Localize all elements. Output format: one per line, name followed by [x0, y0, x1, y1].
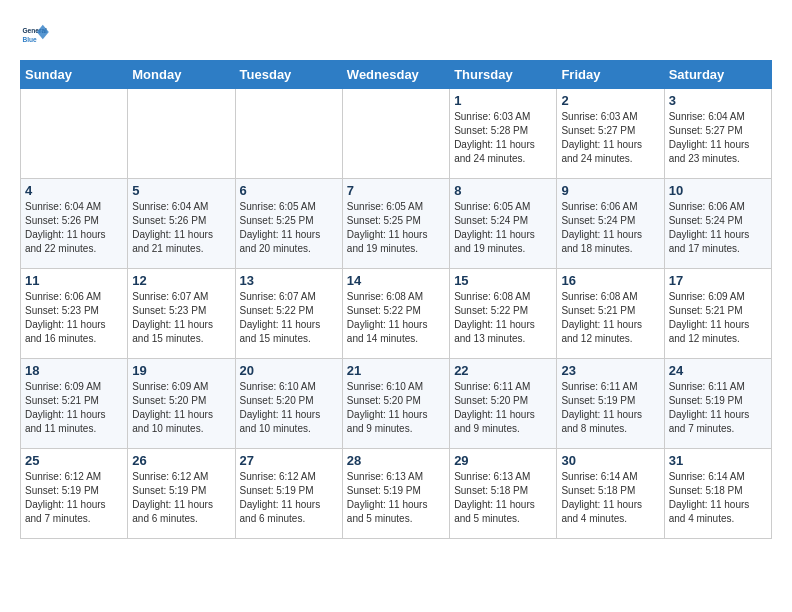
weekday-header-saturday: Saturday — [664, 61, 771, 89]
calendar-cell: 18Sunrise: 6:09 AM Sunset: 5:21 PM Dayli… — [21, 359, 128, 449]
day-number: 9 — [561, 183, 659, 198]
calendar-cell: 16Sunrise: 6:08 AM Sunset: 5:21 PM Dayli… — [557, 269, 664, 359]
day-info: Sunrise: 6:04 AM Sunset: 5:26 PM Dayligh… — [132, 200, 230, 256]
calendar-cell — [342, 89, 449, 179]
day-number: 26 — [132, 453, 230, 468]
day-number: 17 — [669, 273, 767, 288]
day-number: 16 — [561, 273, 659, 288]
day-number: 18 — [25, 363, 123, 378]
day-number: 7 — [347, 183, 445, 198]
day-number: 21 — [347, 363, 445, 378]
day-info: Sunrise: 6:12 AM Sunset: 5:19 PM Dayligh… — [25, 470, 123, 526]
calendar-cell: 1Sunrise: 6:03 AM Sunset: 5:28 PM Daylig… — [450, 89, 557, 179]
day-number: 19 — [132, 363, 230, 378]
day-number: 25 — [25, 453, 123, 468]
day-number: 31 — [669, 453, 767, 468]
day-info: Sunrise: 6:09 AM Sunset: 5:21 PM Dayligh… — [669, 290, 767, 346]
week-row-1: 1Sunrise: 6:03 AM Sunset: 5:28 PM Daylig… — [21, 89, 772, 179]
day-info: Sunrise: 6:11 AM Sunset: 5:20 PM Dayligh… — [454, 380, 552, 436]
day-info: Sunrise: 6:07 AM Sunset: 5:23 PM Dayligh… — [132, 290, 230, 346]
calendar-cell: 9Sunrise: 6:06 AM Sunset: 5:24 PM Daylig… — [557, 179, 664, 269]
day-number: 11 — [25, 273, 123, 288]
day-info: Sunrise: 6:07 AM Sunset: 5:22 PM Dayligh… — [240, 290, 338, 346]
day-info: Sunrise: 6:11 AM Sunset: 5:19 PM Dayligh… — [561, 380, 659, 436]
calendar-cell: 28Sunrise: 6:13 AM Sunset: 5:19 PM Dayli… — [342, 449, 449, 539]
day-info: Sunrise: 6:04 AM Sunset: 5:26 PM Dayligh… — [25, 200, 123, 256]
day-number: 1 — [454, 93, 552, 108]
day-number: 8 — [454, 183, 552, 198]
calendar-cell: 23Sunrise: 6:11 AM Sunset: 5:19 PM Dayli… — [557, 359, 664, 449]
calendar-cell: 12Sunrise: 6:07 AM Sunset: 5:23 PM Dayli… — [128, 269, 235, 359]
day-info: Sunrise: 6:13 AM Sunset: 5:18 PM Dayligh… — [454, 470, 552, 526]
calendar-cell: 24Sunrise: 6:11 AM Sunset: 5:19 PM Dayli… — [664, 359, 771, 449]
day-number: 29 — [454, 453, 552, 468]
calendar-cell: 2Sunrise: 6:03 AM Sunset: 5:27 PM Daylig… — [557, 89, 664, 179]
day-info: Sunrise: 6:09 AM Sunset: 5:20 PM Dayligh… — [132, 380, 230, 436]
day-number: 10 — [669, 183, 767, 198]
calendar-cell: 7Sunrise: 6:05 AM Sunset: 5:25 PM Daylig… — [342, 179, 449, 269]
day-number: 2 — [561, 93, 659, 108]
calendar-cell: 22Sunrise: 6:11 AM Sunset: 5:20 PM Dayli… — [450, 359, 557, 449]
calendar-cell: 26Sunrise: 6:12 AM Sunset: 5:19 PM Dayli… — [128, 449, 235, 539]
calendar-cell — [128, 89, 235, 179]
day-info: Sunrise: 6:08 AM Sunset: 5:22 PM Dayligh… — [454, 290, 552, 346]
day-number: 3 — [669, 93, 767, 108]
calendar-cell: 6Sunrise: 6:05 AM Sunset: 5:25 PM Daylig… — [235, 179, 342, 269]
day-info: Sunrise: 6:03 AM Sunset: 5:27 PM Dayligh… — [561, 110, 659, 166]
calendar-cell: 3Sunrise: 6:04 AM Sunset: 5:27 PM Daylig… — [664, 89, 771, 179]
day-number: 14 — [347, 273, 445, 288]
calendar-cell: 4Sunrise: 6:04 AM Sunset: 5:26 PM Daylig… — [21, 179, 128, 269]
calendar-cell: 30Sunrise: 6:14 AM Sunset: 5:18 PM Dayli… — [557, 449, 664, 539]
day-number: 30 — [561, 453, 659, 468]
calendar-cell — [21, 89, 128, 179]
calendar-cell: 8Sunrise: 6:05 AM Sunset: 5:24 PM Daylig… — [450, 179, 557, 269]
weekday-row: SundayMondayTuesdayWednesdayThursdayFrid… — [21, 61, 772, 89]
calendar-cell: 5Sunrise: 6:04 AM Sunset: 5:26 PM Daylig… — [128, 179, 235, 269]
day-info: Sunrise: 6:06 AM Sunset: 5:24 PM Dayligh… — [669, 200, 767, 256]
page-header: General Blue — [20, 20, 772, 50]
weekday-header-monday: Monday — [128, 61, 235, 89]
calendar-cell — [235, 89, 342, 179]
week-row-2: 4Sunrise: 6:04 AM Sunset: 5:26 PM Daylig… — [21, 179, 772, 269]
day-info: Sunrise: 6:08 AM Sunset: 5:21 PM Dayligh… — [561, 290, 659, 346]
day-info: Sunrise: 6:06 AM Sunset: 5:23 PM Dayligh… — [25, 290, 123, 346]
calendar-cell: 11Sunrise: 6:06 AM Sunset: 5:23 PM Dayli… — [21, 269, 128, 359]
day-info: Sunrise: 6:03 AM Sunset: 5:28 PM Dayligh… — [454, 110, 552, 166]
day-info: Sunrise: 6:10 AM Sunset: 5:20 PM Dayligh… — [240, 380, 338, 436]
day-number: 27 — [240, 453, 338, 468]
day-number: 28 — [347, 453, 445, 468]
logo: General Blue — [20, 20, 54, 50]
calendar-cell: 14Sunrise: 6:08 AM Sunset: 5:22 PM Dayli… — [342, 269, 449, 359]
day-info: Sunrise: 6:14 AM Sunset: 5:18 PM Dayligh… — [669, 470, 767, 526]
svg-text:Blue: Blue — [22, 36, 37, 43]
day-info: Sunrise: 6:12 AM Sunset: 5:19 PM Dayligh… — [240, 470, 338, 526]
day-number: 12 — [132, 273, 230, 288]
day-info: Sunrise: 6:06 AM Sunset: 5:24 PM Dayligh… — [561, 200, 659, 256]
day-info: Sunrise: 6:12 AM Sunset: 5:19 PM Dayligh… — [132, 470, 230, 526]
day-info: Sunrise: 6:13 AM Sunset: 5:19 PM Dayligh… — [347, 470, 445, 526]
day-number: 15 — [454, 273, 552, 288]
weekday-header-friday: Friday — [557, 61, 664, 89]
day-info: Sunrise: 6:05 AM Sunset: 5:25 PM Dayligh… — [240, 200, 338, 256]
day-info: Sunrise: 6:05 AM Sunset: 5:25 PM Dayligh… — [347, 200, 445, 256]
day-number: 6 — [240, 183, 338, 198]
day-info: Sunrise: 6:04 AM Sunset: 5:27 PM Dayligh… — [669, 110, 767, 166]
weekday-header-wednesday: Wednesday — [342, 61, 449, 89]
weekday-header-thursday: Thursday — [450, 61, 557, 89]
day-info: Sunrise: 6:14 AM Sunset: 5:18 PM Dayligh… — [561, 470, 659, 526]
day-number: 4 — [25, 183, 123, 198]
calendar-cell: 13Sunrise: 6:07 AM Sunset: 5:22 PM Dayli… — [235, 269, 342, 359]
day-info: Sunrise: 6:05 AM Sunset: 5:24 PM Dayligh… — [454, 200, 552, 256]
logo-icon: General Blue — [20, 20, 50, 50]
day-number: 13 — [240, 273, 338, 288]
calendar-cell: 15Sunrise: 6:08 AM Sunset: 5:22 PM Dayli… — [450, 269, 557, 359]
calendar-cell: 20Sunrise: 6:10 AM Sunset: 5:20 PM Dayli… — [235, 359, 342, 449]
day-info: Sunrise: 6:11 AM Sunset: 5:19 PM Dayligh… — [669, 380, 767, 436]
calendar-cell: 31Sunrise: 6:14 AM Sunset: 5:18 PM Dayli… — [664, 449, 771, 539]
calendar-cell: 25Sunrise: 6:12 AM Sunset: 5:19 PM Dayli… — [21, 449, 128, 539]
day-number: 20 — [240, 363, 338, 378]
calendar-table: SundayMondayTuesdayWednesdayThursdayFrid… — [20, 60, 772, 539]
calendar-cell: 29Sunrise: 6:13 AM Sunset: 5:18 PM Dayli… — [450, 449, 557, 539]
day-info: Sunrise: 6:10 AM Sunset: 5:20 PM Dayligh… — [347, 380, 445, 436]
day-number: 5 — [132, 183, 230, 198]
